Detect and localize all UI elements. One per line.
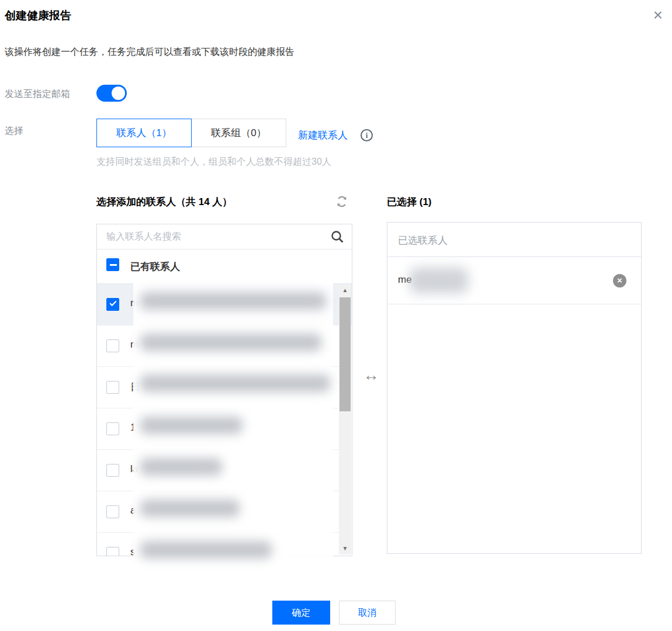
contact-name: a <box>130 505 136 516</box>
tab-contacts[interactable]: 联系人（1） <box>96 119 192 147</box>
contact-name: 1 <box>130 422 136 434</box>
contact-name: 日 <box>130 380 140 394</box>
refresh-icon[interactable] <box>335 195 348 208</box>
contact-row[interactable]: 1 <box>97 408 352 450</box>
select-label: 选择 <box>5 125 23 137</box>
scroll-up-icon[interactable]: ▲ <box>339 286 351 295</box>
contact-row[interactable]: m <box>97 284 352 325</box>
transfer-arrow-icon: ↔ <box>361 365 382 386</box>
contact-row[interactable]: 日 <box>97 367 352 408</box>
contact-checkbox[interactable] <box>106 505 119 518</box>
target-panel-title: 已选择 (1) <box>387 195 432 209</box>
contact-list: m m 日 1 la a s <box>97 284 352 556</box>
selected-contact-row: me × <box>387 257 641 304</box>
contact-row[interactable]: m <box>97 325 352 367</box>
cancel-button[interactable]: 取消 <box>339 601 396 625</box>
scrollbar-thumb[interactable] <box>340 297 351 411</box>
confirm-button[interactable]: 确定 <box>272 601 330 625</box>
search-placeholder: 输入联系人名搜索 <box>106 231 181 243</box>
contact-checkbox[interactable] <box>106 381 119 394</box>
contact-row[interactable]: la <box>97 450 352 491</box>
contact-name: s <box>130 546 136 556</box>
toggle-knob <box>112 86 125 100</box>
contact-tabs: 联系人（1） 联系组（0） <box>96 119 286 147</box>
group-header-row: 已有联系人 <box>97 249 352 284</box>
minus-icon <box>110 264 117 266</box>
tab-contact-groups[interactable]: 联系组（0） <box>191 119 286 147</box>
source-list-box: 输入联系人名搜索 已有联系人 m m <box>96 224 352 556</box>
target-header-row: 已选联系人 <box>387 223 641 257</box>
contact-search-input[interactable]: 输入联系人名搜索 <box>97 224 352 249</box>
close-icon[interactable]: × <box>649 6 667 25</box>
contact-row[interactable]: s <box>97 533 352 556</box>
dialog-title: 创建健康报告 <box>5 8 71 23</box>
target-list-box: 已选联系人 me × <box>387 222 642 554</box>
email-toggle-switch[interactable] <box>96 85 127 102</box>
new-contact-link[interactable]: 新建联系人 <box>298 129 348 142</box>
group-select-checkbox[interactable] <box>106 258 119 271</box>
contact-checkbox[interactable] <box>106 464 119 477</box>
contact-name: m <box>130 339 138 351</box>
check-icon <box>109 299 116 306</box>
target-header-label: 已选联系人 <box>398 234 448 247</box>
contact-row[interactable]: a <box>97 491 352 533</box>
info-icon[interactable]: i <box>361 129 373 141</box>
contact-name: m <box>130 297 138 309</box>
scrollbar[interactable]: ▲ ▼ <box>339 285 351 554</box>
contact-checkbox[interactable] <box>106 422 119 435</box>
email-toggle-label: 发送至指定邮箱 <box>5 88 70 100</box>
contact-checkbox[interactable] <box>106 339 119 352</box>
search-icon[interactable] <box>330 230 344 244</box>
source-panel-title: 选择添加的联系人（共 14 人） <box>96 195 232 209</box>
remove-contact-icon[interactable]: × <box>613 274 626 287</box>
helper-text: 支持同时发送组员和个人，组员和个人总数不得超过30人 <box>96 156 331 168</box>
contact-checkbox[interactable] <box>106 298 119 311</box>
create-health-report-dialog: 创建健康报告 × 该操作将创建一个任务，任务完成后可以查看或下载该时段的健康报告… <box>0 0 672 631</box>
dialog-description: 该操作将创建一个任务，任务完成后可以查看或下载该时段的健康报告 <box>5 46 295 58</box>
contact-checkbox[interactable] <box>106 547 119 556</box>
contact-name: la <box>130 463 138 475</box>
blurred-text <box>410 268 468 293</box>
scroll-down-icon[interactable]: ▼ <box>339 544 351 553</box>
group-header-label: 已有联系人 <box>130 260 180 273</box>
